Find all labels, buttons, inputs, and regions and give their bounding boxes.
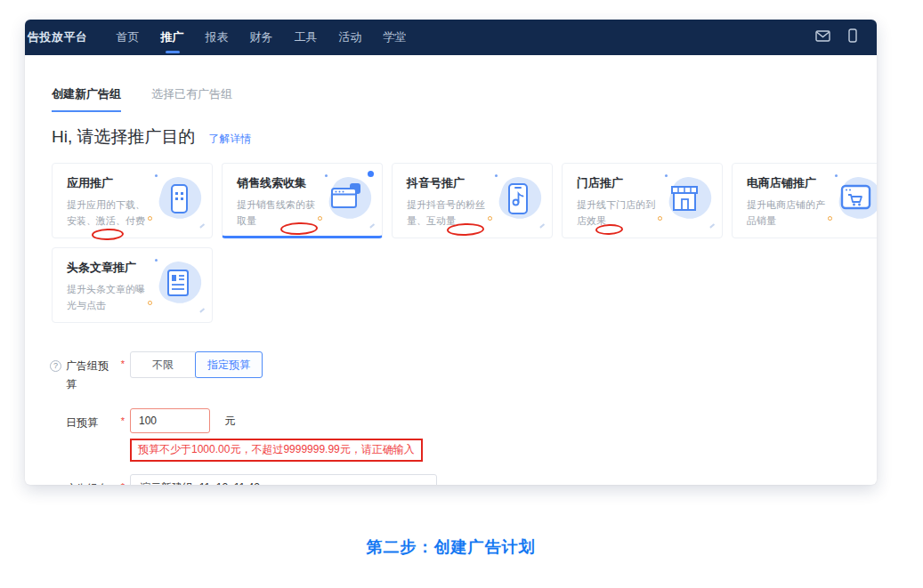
group-settings-form: ? 广告组预算 * 不限 指定预算 日预算 * 元 预算不少于1000.00元，… (50, 351, 877, 485)
goal-card-sales-leads[interactable]: 销售线索收集 提升销售线索的获取量 (222, 163, 383, 238)
ad-platform-screenshot: 告投放平台 首页 推广 报表 财务 工具 活动 学堂 创建 (25, 20, 877, 485)
nav-item-reports[interactable]: 报表 (206, 29, 229, 45)
douyin-phone-icon (486, 173, 545, 228)
tab-create-new-group[interactable]: 创建新广告组 (52, 86, 121, 112)
tab-select-existing-group[interactable]: 选择已有广告组 (151, 86, 232, 112)
top-navbar: 告投放平台 首页 推广 报表 财务 工具 活动 学堂 (25, 20, 877, 55)
card-desc: 提升线下门店的到店效果 (577, 197, 662, 229)
page: 告投放平台 首页 推广 报表 财务 工具 活动 学堂 创建 (0, 0, 923, 588)
storefront-icon (656, 173, 715, 228)
daily-budget-row: 日预算 * 元 预算不少于1000.00元，不超过9999999.99元，请正确… (50, 408, 877, 462)
learn-more-link[interactable]: 了解详情 (209, 132, 252, 147)
nav-menu: 首页 推广 报表 财务 工具 活动 学堂 (117, 29, 407, 45)
budget-options: 不限 指定预算 (130, 351, 263, 378)
nav-item-academy[interactable]: 学堂 (384, 29, 407, 45)
goal-card-app-promotion[interactable]: 应用推广 提升应用的下载、安装、激活、付费 (52, 163, 213, 238)
group-name-input[interactable] (130, 474, 437, 485)
app-phone-icon (146, 173, 205, 228)
required-mark: * (116, 351, 130, 369)
nav-item-activities[interactable]: 活动 (339, 29, 362, 45)
card-desc: 提升抖音号的粉丝量、互动量 (407, 197, 492, 229)
goal-card-article-promotion[interactable]: 头条文章推广 提升头条文章的曝光与点击 (52, 247, 213, 323)
goal-card-store-promotion[interactable]: 门店推广 提升线下门店的到店效果 (562, 163, 723, 238)
card-desc: 提升头条文章的曝光与点击 (67, 282, 152, 313)
required-mark: * (116, 474, 130, 485)
group-tabs: 创建新广告组 选择已有广告组 (52, 86, 877, 112)
heading-row: Hi, 请选择推广目的 了解详情 (52, 125, 877, 149)
budget-option-unlimited[interactable]: 不限 (130, 351, 196, 378)
cart-window-icon (826, 173, 877, 228)
help-icon[interactable]: ? (50, 360, 61, 372)
nav-item-promotion[interactable]: 推广 (161, 29, 184, 45)
daily-budget-control: 元 预算不少于1000.00元，不超过9999999.99元，请正确输入 (130, 408, 423, 462)
page-title: Hi, 请选择推广目的 (52, 125, 196, 149)
navbar-icons (815, 28, 857, 46)
nav-item-finance[interactable]: 财务 (250, 29, 273, 45)
card-desc: 提升销售线索的获取量 (237, 197, 322, 229)
budget-label: 广告组预算 (66, 351, 116, 394)
group-name-row: 广告组名称 * (50, 474, 877, 485)
nav-item-home[interactable]: 首页 (117, 29, 140, 45)
step-caption: 第二步：创建广告计划 (25, 536, 877, 558)
budget-error-message: 预算不少于1000.00元，不超过9999999.99元，请正确输入 (130, 439, 423, 462)
goal-card-douyin-promotion[interactable]: 抖音号推广 提升抖音号的粉丝量、互动量 (392, 163, 553, 238)
required-mark: * (116, 408, 130, 426)
group-name-label: 广告组名称 (66, 474, 116, 485)
goal-cards-row-1: 应用推广 提升应用的下载、安装、激活、付费 销售线索收集 提升销售线索的获取量 (52, 163, 877, 238)
article-document-icon (146, 257, 205, 312)
browser-window-icon (316, 173, 375, 228)
card-desc: 提升应用的下载、安装、激活、付费 (67, 197, 152, 229)
daily-budget-label: 日预算 (66, 408, 116, 432)
currency-unit: 元 (224, 408, 235, 427)
goal-cards-row-2: 头条文章推广 提升头条文章的曝光与点击 (52, 247, 213, 323)
mobile-icon[interactable] (848, 28, 857, 46)
mail-icon[interactable] (815, 29, 830, 45)
goal-card-ecommerce-promotion[interactable]: 电商店铺推广 提升电商店铺的产品销量 (732, 163, 877, 238)
budget-option-specified[interactable]: 指定预算 (195, 351, 263, 378)
daily-budget-input[interactable] (130, 408, 210, 433)
platform-logo: 告投放平台 (28, 29, 88, 45)
card-desc: 提升电商店铺的产品销量 (747, 197, 832, 229)
budget-row: ? 广告组预算 * 不限 指定预算 (50, 351, 877, 394)
nav-item-tools[interactable]: 工具 (295, 29, 318, 45)
